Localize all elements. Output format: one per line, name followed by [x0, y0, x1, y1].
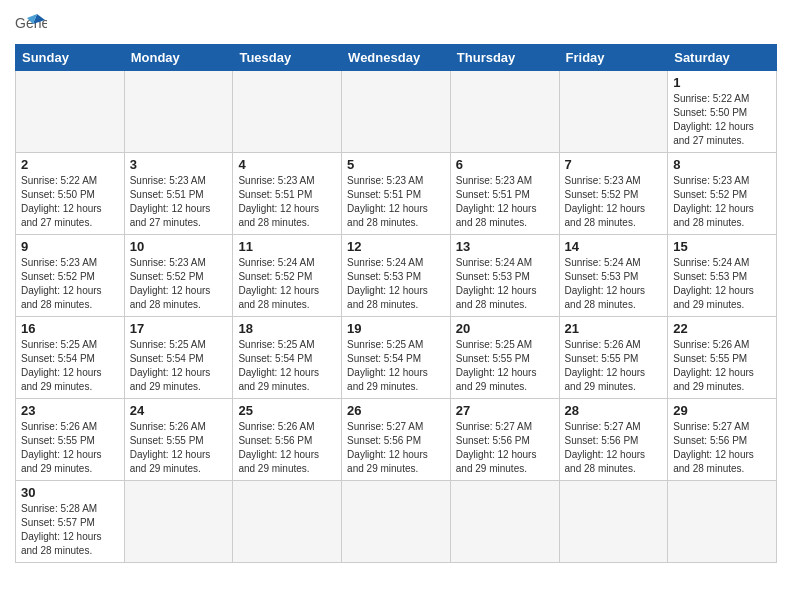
calendar-cell — [342, 71, 451, 153]
calendar-cell — [16, 71, 125, 153]
day-info: Sunrise: 5:24 AM Sunset: 5:53 PM Dayligh… — [347, 256, 445, 312]
calendar-cell: 13Sunrise: 5:24 AM Sunset: 5:53 PM Dayli… — [450, 235, 559, 317]
day-number: 25 — [238, 403, 336, 418]
day-number: 28 — [565, 403, 663, 418]
calendar-cell — [233, 71, 342, 153]
weekday-header-wednesday: Wednesday — [342, 45, 451, 71]
calendar-cell: 17Sunrise: 5:25 AM Sunset: 5:54 PM Dayli… — [124, 317, 233, 399]
day-number: 2 — [21, 157, 119, 172]
day-info: Sunrise: 5:27 AM Sunset: 5:56 PM Dayligh… — [347, 420, 445, 476]
calendar-week-row-2: 9Sunrise: 5:23 AM Sunset: 5:52 PM Daylig… — [16, 235, 777, 317]
calendar-cell: 22Sunrise: 5:26 AM Sunset: 5:55 PM Dayli… — [668, 317, 777, 399]
day-info: Sunrise: 5:26 AM Sunset: 5:55 PM Dayligh… — [673, 338, 771, 394]
day-info: Sunrise: 5:23 AM Sunset: 5:52 PM Dayligh… — [130, 256, 228, 312]
day-info: Sunrise: 5:23 AM Sunset: 5:51 PM Dayligh… — [238, 174, 336, 230]
weekday-header-friday: Friday — [559, 45, 668, 71]
day-number: 27 — [456, 403, 554, 418]
weekday-header-thursday: Thursday — [450, 45, 559, 71]
day-number: 18 — [238, 321, 336, 336]
day-info: Sunrise: 5:24 AM Sunset: 5:53 PM Dayligh… — [565, 256, 663, 312]
day-number: 20 — [456, 321, 554, 336]
calendar-cell: 2Sunrise: 5:22 AM Sunset: 5:50 PM Daylig… — [16, 153, 125, 235]
calendar-cell: 5Sunrise: 5:23 AM Sunset: 5:51 PM Daylig… — [342, 153, 451, 235]
header: General — [15, 10, 777, 38]
day-number: 30 — [21, 485, 119, 500]
day-info: Sunrise: 5:24 AM Sunset: 5:53 PM Dayligh… — [456, 256, 554, 312]
day-number: 26 — [347, 403, 445, 418]
calendar-cell: 10Sunrise: 5:23 AM Sunset: 5:52 PM Dayli… — [124, 235, 233, 317]
day-number: 11 — [238, 239, 336, 254]
calendar-cell — [233, 481, 342, 563]
day-info: Sunrise: 5:22 AM Sunset: 5:50 PM Dayligh… — [673, 92, 771, 148]
day-info: Sunrise: 5:22 AM Sunset: 5:50 PM Dayligh… — [21, 174, 119, 230]
day-info: Sunrise: 5:23 AM Sunset: 5:52 PM Dayligh… — [21, 256, 119, 312]
day-info: Sunrise: 5:25 AM Sunset: 5:54 PM Dayligh… — [238, 338, 336, 394]
day-info: Sunrise: 5:23 AM Sunset: 5:51 PM Dayligh… — [347, 174, 445, 230]
day-info: Sunrise: 5:24 AM Sunset: 5:52 PM Dayligh… — [238, 256, 336, 312]
calendar-cell: 6Sunrise: 5:23 AM Sunset: 5:51 PM Daylig… — [450, 153, 559, 235]
day-info: Sunrise: 5:25 AM Sunset: 5:54 PM Dayligh… — [21, 338, 119, 394]
day-info: Sunrise: 5:25 AM Sunset: 5:54 PM Dayligh… — [130, 338, 228, 394]
calendar-cell: 30Sunrise: 5:28 AM Sunset: 5:57 PM Dayli… — [16, 481, 125, 563]
day-number: 29 — [673, 403, 771, 418]
weekday-header-sunday: Sunday — [16, 45, 125, 71]
calendar-cell: 27Sunrise: 5:27 AM Sunset: 5:56 PM Dayli… — [450, 399, 559, 481]
day-number: 7 — [565, 157, 663, 172]
day-number: 12 — [347, 239, 445, 254]
day-number: 3 — [130, 157, 228, 172]
day-info: Sunrise: 5:28 AM Sunset: 5:57 PM Dayligh… — [21, 502, 119, 558]
day-number: 9 — [21, 239, 119, 254]
day-number: 17 — [130, 321, 228, 336]
calendar-cell: 23Sunrise: 5:26 AM Sunset: 5:55 PM Dayli… — [16, 399, 125, 481]
calendar-cell — [450, 481, 559, 563]
day-number: 24 — [130, 403, 228, 418]
day-info: Sunrise: 5:26 AM Sunset: 5:56 PM Dayligh… — [238, 420, 336, 476]
day-info: Sunrise: 5:27 AM Sunset: 5:56 PM Dayligh… — [456, 420, 554, 476]
calendar-cell: 8Sunrise: 5:23 AM Sunset: 5:52 PM Daylig… — [668, 153, 777, 235]
calendar-cell — [668, 481, 777, 563]
calendar-cell: 3Sunrise: 5:23 AM Sunset: 5:51 PM Daylig… — [124, 153, 233, 235]
calendar-cell: 25Sunrise: 5:26 AM Sunset: 5:56 PM Dayli… — [233, 399, 342, 481]
calendar-cell — [559, 481, 668, 563]
day-info: Sunrise: 5:25 AM Sunset: 5:55 PM Dayligh… — [456, 338, 554, 394]
calendar-cell: 29Sunrise: 5:27 AM Sunset: 5:56 PM Dayli… — [668, 399, 777, 481]
calendar-cell: 4Sunrise: 5:23 AM Sunset: 5:51 PM Daylig… — [233, 153, 342, 235]
calendar-cell — [124, 71, 233, 153]
calendar-cell: 14Sunrise: 5:24 AM Sunset: 5:53 PM Dayli… — [559, 235, 668, 317]
day-number: 1 — [673, 75, 771, 90]
calendar-cell: 21Sunrise: 5:26 AM Sunset: 5:55 PM Dayli… — [559, 317, 668, 399]
day-number: 10 — [130, 239, 228, 254]
calendar-week-row-4: 23Sunrise: 5:26 AM Sunset: 5:55 PM Dayli… — [16, 399, 777, 481]
calendar-cell — [559, 71, 668, 153]
weekday-header-tuesday: Tuesday — [233, 45, 342, 71]
day-number: 19 — [347, 321, 445, 336]
calendar-cell: 20Sunrise: 5:25 AM Sunset: 5:55 PM Dayli… — [450, 317, 559, 399]
calendar-week-row-5: 30Sunrise: 5:28 AM Sunset: 5:57 PM Dayli… — [16, 481, 777, 563]
day-info: Sunrise: 5:26 AM Sunset: 5:55 PM Dayligh… — [130, 420, 228, 476]
calendar-cell: 9Sunrise: 5:23 AM Sunset: 5:52 PM Daylig… — [16, 235, 125, 317]
weekday-header-monday: Monday — [124, 45, 233, 71]
day-number: 22 — [673, 321, 771, 336]
day-number: 5 — [347, 157, 445, 172]
day-number: 14 — [565, 239, 663, 254]
logo-icon: General — [15, 10, 47, 38]
calendar-cell: 7Sunrise: 5:23 AM Sunset: 5:52 PM Daylig… — [559, 153, 668, 235]
calendar-cell — [342, 481, 451, 563]
day-number: 23 — [21, 403, 119, 418]
day-number: 16 — [21, 321, 119, 336]
day-number: 4 — [238, 157, 336, 172]
day-info: Sunrise: 5:26 AM Sunset: 5:55 PM Dayligh… — [565, 338, 663, 394]
calendar-cell: 1Sunrise: 5:22 AM Sunset: 5:50 PM Daylig… — [668, 71, 777, 153]
day-info: Sunrise: 5:27 AM Sunset: 5:56 PM Dayligh… — [565, 420, 663, 476]
day-info: Sunrise: 5:23 AM Sunset: 5:51 PM Dayligh… — [130, 174, 228, 230]
logo: General — [15, 10, 51, 38]
day-info: Sunrise: 5:27 AM Sunset: 5:56 PM Dayligh… — [673, 420, 771, 476]
day-number: 21 — [565, 321, 663, 336]
calendar-cell — [124, 481, 233, 563]
calendar-cell: 11Sunrise: 5:24 AM Sunset: 5:52 PM Dayli… — [233, 235, 342, 317]
day-info: Sunrise: 5:26 AM Sunset: 5:55 PM Dayligh… — [21, 420, 119, 476]
calendar-cell: 15Sunrise: 5:24 AM Sunset: 5:53 PM Dayli… — [668, 235, 777, 317]
day-number: 6 — [456, 157, 554, 172]
day-number: 15 — [673, 239, 771, 254]
day-number: 13 — [456, 239, 554, 254]
